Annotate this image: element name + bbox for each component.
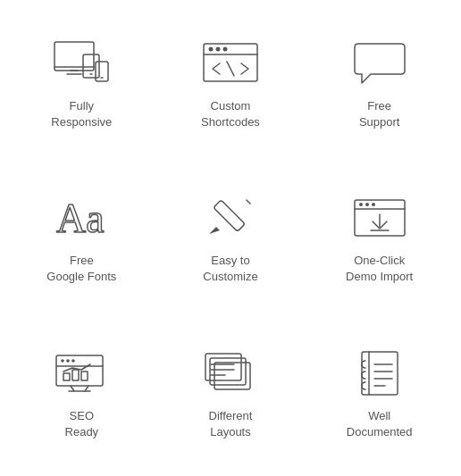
layouts-icon xyxy=(198,346,263,399)
svg-rect-35 xyxy=(81,372,88,380)
feature-label: One-ClickDemo Import xyxy=(346,253,413,285)
feature-label: FreeSupport xyxy=(359,98,400,130)
svg-marker-16 xyxy=(209,227,220,234)
svg-point-12 xyxy=(222,46,227,51)
feature-label: FreeGoogle Fonts xyxy=(46,253,116,285)
svg-point-10 xyxy=(208,46,213,51)
feature-different-layouts: DifferentLayouts xyxy=(156,315,306,470)
svg-line-13 xyxy=(227,62,234,76)
feature-one-click-demo-import: One-ClickDemo Import xyxy=(305,161,454,315)
feature-free-google-fonts: Aa FreeGoogle Fonts xyxy=(7,161,156,315)
feature-label: CustomShortcodes xyxy=(201,98,260,130)
feature-label: FullyResponsive xyxy=(51,98,112,130)
fonts-icon: Aa xyxy=(49,190,113,244)
svg-point-28 xyxy=(67,359,71,363)
feature-well-documented: WellDocumented xyxy=(305,315,454,470)
seo-icon xyxy=(49,346,113,399)
features-grid: FullyResponsive CustomShortcodes xyxy=(7,6,454,471)
responsive-icon xyxy=(49,36,113,89)
svg-rect-0 xyxy=(54,42,94,71)
shortcodes-icon xyxy=(198,36,263,89)
svg-point-21 xyxy=(365,203,369,206)
svg-rect-34 xyxy=(72,370,79,380)
feature-label: WellDocumented xyxy=(347,408,413,440)
feature-label: Easy toCustomize xyxy=(203,253,257,285)
svg-point-27 xyxy=(62,359,65,363)
feature-fully-responsive: FullyResponsive xyxy=(7,6,156,161)
support-icon xyxy=(348,36,412,89)
svg-line-31 xyxy=(85,386,88,391)
feature-label: DifferentLayouts xyxy=(209,408,253,440)
documented-icon xyxy=(348,346,412,399)
feature-custom-shortcodes: CustomShortcodes xyxy=(156,6,306,161)
svg-point-11 xyxy=(215,46,220,51)
svg-point-22 xyxy=(372,203,375,206)
svg-point-29 xyxy=(72,359,76,363)
svg-rect-15 xyxy=(214,200,245,231)
import-icon xyxy=(348,190,412,244)
feature-seo-ready: SEOReady xyxy=(7,315,156,470)
feature-free-support: FreeSupport xyxy=(305,6,454,161)
svg-point-20 xyxy=(359,203,363,206)
feature-easy-to-customize: Easy toCustomize xyxy=(156,161,306,315)
customize-icon xyxy=(198,190,263,244)
svg-line-17 xyxy=(247,200,250,204)
svg-rect-42 xyxy=(362,352,398,395)
svg-rect-33 xyxy=(63,373,70,380)
svg-text:Aa: Aa xyxy=(56,196,105,241)
feature-label: SEOReady xyxy=(65,408,99,440)
svg-line-30 xyxy=(71,386,74,391)
